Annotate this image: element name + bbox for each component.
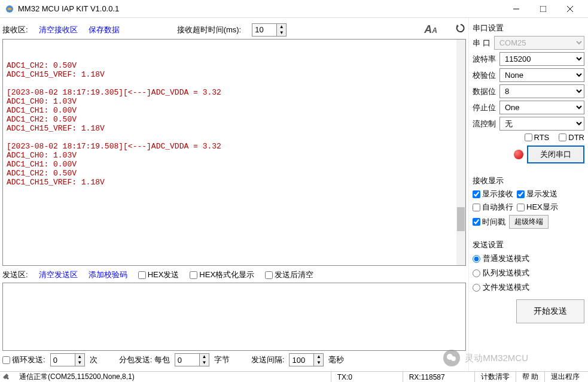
loop-unit: 次 <box>90 354 98 365</box>
flow-select[interactable]: 无 <box>499 117 584 131</box>
serial-settings-title: 串口设置 <box>473 20 584 35</box>
svg-rect-2 <box>540 6 546 12</box>
clear-rx-link[interactable]: 清空接收区 <box>39 25 78 35</box>
maximize-button[interactable] <box>529 1 556 17</box>
interval-spinner[interactable]: ▲▼ <box>289 353 324 366</box>
tx-settings-title: 发送设置 <box>473 237 584 251</box>
hex-disp-checkbox[interactable]: HEX显示 <box>517 202 558 213</box>
baud-label: 波特率 <box>473 54 496 65</box>
rx-terminal[interactable]: ADC1_CH2: 0.50V ADC1_CH15_VREF: 1.18V [2… <box>2 39 466 266</box>
data-label: 数据位 <box>473 86 496 97</box>
start-send-button[interactable]: 开始发送 <box>516 299 584 323</box>
close-port-button[interactable]: 关闭串口 <box>527 145 584 163</box>
flow-label: 流控制 <box>473 119 496 129</box>
mode-normal-radio[interactable]: 普通发送模式 <box>473 251 584 266</box>
timeout-spinner[interactable]: ▲▼ <box>252 23 287 37</box>
hex-display-checkbox[interactable]: HEX格式化显示 <box>190 269 254 280</box>
app-logo-icon <box>5 4 14 14</box>
interval-label: 发送间隔: <box>251 354 285 365</box>
add-checksum-link[interactable]: 添加校验码 <box>89 269 127 280</box>
dtr-checkbox[interactable]: DTR <box>559 133 584 142</box>
minimize-button[interactable] <box>502 1 529 17</box>
mode-file-radio[interactable]: 文件发送模式 <box>473 280 584 295</box>
loop-count-spinner[interactable]: ▲▼ <box>50 353 85 366</box>
packet-size-spinner[interactable]: ▲▼ <box>175 353 209 366</box>
save-data-link[interactable]: 保存数据 <box>89 25 120 35</box>
timestamp-checkbox[interactable]: 时间戳 <box>473 217 505 228</box>
rts-checkbox[interactable]: RTS <box>525 133 550 142</box>
scrollbar[interactable] <box>456 40 465 265</box>
baud-select[interactable]: 115200 <box>499 52 584 66</box>
packet-unit: 字节 <box>214 354 230 365</box>
help-button[interactable]: 帮 助 <box>516 372 545 382</box>
parity-select[interactable]: None <box>499 68 584 82</box>
stop-label: 停止位 <box>473 102 496 113</box>
loop-send-checkbox[interactable]: 循环发送: <box>2 354 45 365</box>
font-size-icon[interactable]: AA <box>424 23 437 36</box>
clear-count-button[interactable]: 计数清零 <box>475 372 516 382</box>
status-led-icon <box>514 150 523 159</box>
refresh-icon[interactable] <box>455 23 466 37</box>
mode-queue-radio[interactable]: 队列发送模式 <box>473 266 584 280</box>
clear-after-checkbox[interactable]: 发送后清空 <box>265 269 313 280</box>
svg-marker-5 <box>456 25 459 27</box>
show-tx-checkbox[interactable]: 显示发送 <box>517 189 557 199</box>
watermark: 灵动MM32MCU <box>443 350 528 366</box>
packet-label: 分包发送: 每包 <box>119 354 170 365</box>
rx-label: 接收区: <box>2 25 28 35</box>
clear-tx-link[interactable]: 清空发送区 <box>39 269 78 280</box>
exit-button[interactable]: 退出程序 <box>545 372 586 382</box>
wechat-icon <box>443 350 460 366</box>
timeout-input[interactable] <box>252 24 276 35</box>
super-terminal-button[interactable]: 超级终端 <box>509 215 549 229</box>
svg-point-7 <box>451 356 456 361</box>
stop-select[interactable]: One <box>499 101 584 114</box>
timeout-label: 接收超时时间(ms): <box>177 25 242 35</box>
tx-label: 发送区: <box>2 269 28 280</box>
auto-wrap-checkbox[interactable]: 自动换行 <box>473 202 513 213</box>
pin-icon[interactable] <box>2 373 11 381</box>
tx-textarea[interactable] <box>2 283 466 351</box>
interval-unit: 毫秒 <box>328 354 344 365</box>
scroll-thumb[interactable] <box>457 207 465 231</box>
show-rx-checkbox[interactable]: 显示接收 <box>473 189 513 199</box>
port-label: 串 口 <box>473 38 490 48</box>
status-rx: RX:118587 <box>403 372 475 382</box>
status-connection: 通信正常(COM25,115200,None,8,1) <box>13 372 331 382</box>
parity-label: 校验位 <box>473 70 496 81</box>
port-select[interactable]: COM25 <box>494 36 584 50</box>
data-select[interactable]: 8 <box>499 84 584 98</box>
status-tx: TX:0 <box>331 372 403 382</box>
hex-send-checkbox[interactable]: HEX发送 <box>138 269 179 280</box>
close-button[interactable] <box>556 1 583 17</box>
window-title: MM32 MCU IAP KIT V1.0.0.1 <box>18 4 502 13</box>
spin-down-icon[interactable]: ▼ <box>276 30 286 36</box>
spin-up-icon[interactable]: ▲ <box>276 24 286 30</box>
rx-display-title: 接收显示 <box>473 173 584 187</box>
